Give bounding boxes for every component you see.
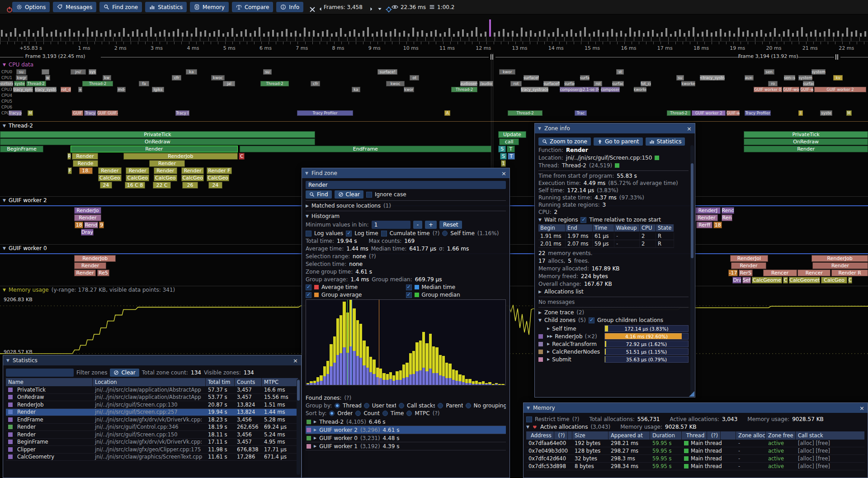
messages-button[interactable]: Messages <box>53 2 96 12</box>
active-allocations-header[interactable]: Active allocations(3,043) Memory usage:9… <box>526 424 865 430</box>
expand-icon[interactable] <box>538 290 542 294</box>
frame-time-bar[interactable] <box>250 33 251 37</box>
frame-time-bar[interactable] <box>417 32 419 37</box>
timeline-zone[interactable]: Update <box>498 131 526 138</box>
column-header-name[interactable]: Name <box>6 378 93 386</box>
scrollbar[interactable] <box>690 145 694 394</box>
frame-time-bar[interactable] <box>566 31 568 37</box>
frame-time-bar[interactable] <box>751 33 753 37</box>
frame-time-bar[interactable] <box>186 31 188 37</box>
cpu-zone[interactable]: kworke <box>681 81 695 86</box>
cpu-zone[interactable]: M <box>28 110 33 116</box>
frame-time-bar[interactable] <box>720 29 722 37</box>
timeline-zone[interactable]: RenderJob <box>811 255 868 262</box>
frame-label[interactable]: Frame 3,194 (13.92 ms) <box>738 53 798 59</box>
frame-time-bar[interactable] <box>127 34 129 37</box>
statistics-row[interactable]: RenderJob jni/../jni/src/guif/Screen.cpp… <box>6 401 298 409</box>
frame-time-bar[interactable] <box>340 28 342 37</box>
timeline-zone[interactable]: Rencer <box>797 270 830 276</box>
frame-time-bar[interactable] <box>399 33 401 37</box>
column-header-duration[interactable]: Duration <box>650 431 682 440</box>
frame-time-bar[interactable] <box>846 28 848 37</box>
frame-time-bar[interactable] <box>182 33 184 37</box>
cpu-zone[interactable]: w <box>45 75 51 80</box>
frame-time-bar[interactable] <box>806 33 807 37</box>
cpu-zone[interactable]: I <box>798 110 803 116</box>
allocation-row[interactable]: 0x7dfaa64e00 192 bytes 298.21 ms 59.95 s… <box>526 440 865 447</box>
frame-time-bar[interactable] <box>159 32 161 37</box>
cpu-zone[interactable]: kwoc <box>386 81 404 86</box>
frame-markers-row[interactable]: Frame 3,193 (22.45 ms) Frame 3,194 (13.9… <box>0 53 868 61</box>
frame-time-bar[interactable] <box>73 33 75 37</box>
timeline-zone[interactable]: Render <box>731 262 767 269</box>
wait-region-row[interactable]: 1.91 ms1.97 ms61 µs-2R <box>538 232 689 240</box>
frame-time-bar[interactable] <box>765 33 767 37</box>
frame-time-bar[interactable] <box>711 33 712 37</box>
timeline-zone[interactable]: Render <box>74 214 101 221</box>
frame-time-bar[interactable] <box>498 31 500 37</box>
frame-time-bar[interactable] <box>200 32 202 37</box>
frame-time-bar[interactable] <box>37 31 39 37</box>
timeline-zone[interactable]: CalcGeome <box>752 277 782 284</box>
frame-time-bar[interactable] <box>317 33 319 37</box>
alloc-call-stack[interactable]: [alloc] [free] <box>796 448 865 454</box>
frame-time-bar[interactable] <box>638 30 640 37</box>
frame-time-bar[interactable] <box>281 31 283 37</box>
sort-by-option[interactable]: Count <box>355 410 380 416</box>
cpu-zone[interactable]: GUIF-w <box>800 87 813 92</box>
frame-time-bar[interactable] <box>485 32 486 37</box>
go-to-parent-button[interactable]: Go to parent <box>594 137 643 146</box>
child-zone-row[interactable]: CalcRenderNodes 51.51 µs (1.15%) <box>538 348 689 355</box>
frame-time-bar[interactable] <box>548 33 550 37</box>
frame-time-bar[interactable] <box>534 33 536 37</box>
frame-time-bar[interactable] <box>769 32 771 37</box>
cpu-zone[interactable]: kwor <box>499 69 515 75</box>
expand-icon[interactable] <box>306 204 309 208</box>
statistics-row[interactable]: Render jni/../jni/src/guif/Screen.cpp:25… <box>6 409 298 416</box>
cpu-zone[interactable]: system_s <box>811 69 826 75</box>
timeline-zone[interactable]: 16 C 8 <box>125 182 145 189</box>
radio-icon[interactable] <box>466 403 471 408</box>
cpu-zone[interactable]: ro <box>768 81 778 86</box>
child-zone-row[interactable]: ▶RenderJob(×2) 4.16 ms (92.60%) <box>538 332 689 340</box>
scrollbar-thumb[interactable] <box>691 163 693 258</box>
cpu-zone[interactable]: system-grm <box>798 75 812 80</box>
cpu-zone[interactable]: su <box>263 69 272 75</box>
timeline-zone[interactable]: T <box>507 146 514 152</box>
cpu-zone[interactable]: rot <box>510 81 522 86</box>
cpu-zone[interactable]: A <box>444 110 450 116</box>
options-button[interactable]: Options <box>12 2 50 12</box>
column-header[interactable]: CPU <box>640 224 656 232</box>
timeline-zone[interactable]: Render <box>812 262 868 269</box>
cpu-zone[interactable]: su <box>676 75 684 80</box>
frame-time-bar[interactable] <box>851 32 853 37</box>
sort-by-option[interactable]: MTPC <box>406 410 429 416</box>
alloc-call-stack[interactable]: [alloc] [free] <box>796 455 865 462</box>
frame-time-bar[interactable] <box>132 31 134 37</box>
time-ruler[interactable]: +55.83 s1 ms2 ms3 ms4 ms5 ms6 ms7 ms8 ms… <box>0 42 868 53</box>
timeline-zone[interactable]: CalcGeo <box>821 277 847 284</box>
prev-frame-button[interactable] <box>315 5 321 9</box>
timeline-zone[interactable]: OnRedraw <box>744 138 868 145</box>
frame-time-bar[interactable] <box>602 33 604 37</box>
radio-icon[interactable] <box>355 411 361 416</box>
radio-icon[interactable] <box>399 403 404 408</box>
compare-button[interactable]: Compare <box>232 2 273 12</box>
frame-time-bar[interactable] <box>177 29 179 37</box>
increment-button[interactable]: + <box>425 221 437 229</box>
timeline-zone[interactable]: CalcGeo <box>154 175 177 181</box>
next-frame-button[interactable] <box>366 5 371 9</box>
cpu-zone[interactable]: syste <box>820 110 832 116</box>
frame-time-bar[interactable] <box>864 31 866 37</box>
timeline-zone[interactable]: Rend <box>84 222 98 228</box>
cpu-zone[interactable]: GUIF-work <box>783 87 799 92</box>
statistics-row[interactable]: EndFrame jni/../jni/src/claw/gfx/drv/vk/… <box>6 416 298 424</box>
cpu-zone[interactable]: cfr <box>311 81 320 86</box>
collapse-icon[interactable] <box>538 318 542 322</box>
find-zone-titlebar[interactable]: Find zone × <box>302 168 509 178</box>
collapse-icon[interactable] <box>3 246 6 251</box>
frame-time-bar[interactable] <box>313 30 315 37</box>
found-zone-row[interactable]: Thread-2 (4,105) 6.46 s <box>306 418 506 426</box>
timeline-zone[interactable]: 18 <box>75 222 83 228</box>
frame-time-bar[interactable] <box>561 34 563 37</box>
